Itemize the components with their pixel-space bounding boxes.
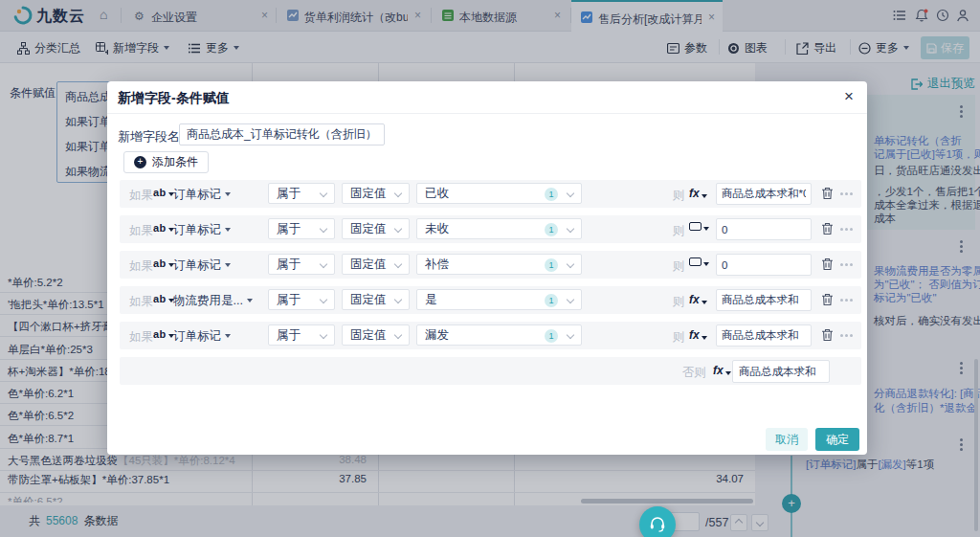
count-badge: 1 [545,294,558,307]
chevron-down-icon [320,190,327,197]
plus-circle-icon: + [134,156,146,168]
text-field-type-icon: ab [153,257,174,269]
value-select[interactable]: 已收1 [416,183,582,204]
chevron-down-icon [394,296,402,303]
modal-title: 新增字段-条件赋值 [118,90,230,107]
result-input[interactable] [716,218,812,240]
formula-type-icon[interactable]: fx [689,187,707,200]
then-label: 则 [673,329,685,346]
trash-icon[interactable] [821,257,834,275]
more-horizontal-icon[interactable] [840,192,853,195]
if-label: 如果 [129,188,153,204]
value-type-select[interactable]: 固定值 [342,254,410,275]
value-type-select[interactable]: 固定值 [342,218,410,239]
result-input[interactable] [716,183,812,205]
if-label: 如果 [129,329,153,346]
value-type-select[interactable]: 固定值 [342,289,410,310]
field-selector[interactable]: 订单标记 [173,187,231,203]
else-label: 否则 [682,365,706,381]
chevron-down-icon [247,299,253,302]
value-select[interactable]: 是1 [416,289,582,310]
chevron-down-icon [567,260,574,268]
operator-select[interactable]: 属于 [268,324,335,346]
condition-row: 如果 ab 订单标记 属于 固定值 补偿1 则 [120,251,861,279]
new-field-condition-modal: 新增字段-条件赋值 × 新增字段名 + 添加条件 如果 ab 订单标记 属于 固… [107,81,867,455]
chevron-down-icon [394,260,402,268]
result-input[interactable] [716,324,812,347]
result-input[interactable] [716,289,812,311]
chevron-down-icon [394,225,402,233]
chevron-down-icon [225,228,231,232]
chevron-down-icon [320,225,327,233]
chevron-down-icon [320,296,327,303]
count-badge: 1 [545,223,558,236]
add-condition-button[interactable]: + 添加条件 [123,151,209,173]
condition-row: 如果 ab 订单标记 属于 固定值 漏发1 则 fx [120,322,861,349]
text-field-type-icon: ab [153,328,174,340]
help-chat-button[interactable] [639,506,676,537]
value-select[interactable]: 漏发1 [416,324,582,346]
condition-row: 如果 ab 物流费用是... 属于 固定值 是1 则 fx [120,286,861,314]
result-input[interactable] [716,254,812,276]
count-badge: 1 [545,329,558,343]
if-label: 如果 [129,258,153,275]
chevron-down-icon [225,334,231,338]
more-horizontal-icon[interactable] [840,263,853,266]
chevron-down-icon [567,225,574,233]
value-select[interactable]: 补偿1 [416,254,582,275]
field-name-label: 新增字段名 [118,128,180,145]
fixed-value-type-icon[interactable] [689,257,709,268]
formula-type-icon[interactable]: fx [713,364,731,377]
chevron-down-icon [567,190,574,197]
confirm-button[interactable]: 确定 [815,428,859,451]
if-label: 如果 [129,223,153,239]
field-selector[interactable]: 订单标记 [173,328,231,345]
trash-icon[interactable] [821,222,834,239]
divider [107,113,867,114]
value-type-select[interactable]: 固定值 [342,324,410,346]
then-label: 则 [673,223,685,239]
text-field-type-icon: ab [153,187,174,198]
fixed-value-type-icon[interactable] [689,222,709,233]
chevron-down-icon [567,331,574,339]
trash-icon[interactable] [821,187,834,204]
more-horizontal-icon[interactable] [840,228,853,231]
operator-select[interactable]: 属于 [268,183,335,204]
text-field-type-icon: ab [153,293,174,304]
then-label: 则 [673,294,685,310]
then-label: 则 [673,188,685,204]
if-label: 如果 [129,294,153,310]
operator-select[interactable]: 属于 [268,218,335,239]
more-horizontal-icon[interactable] [840,299,853,302]
chevron-down-icon [567,296,574,303]
close-icon[interactable]: × [844,87,854,106]
formula-type-icon[interactable]: fx [689,328,707,342]
chevron-down-icon [320,331,327,339]
chevron-down-icon [225,192,231,196]
condition-row: 如果 ab 订单标记 属于 固定值 已收1 则 fx [120,180,861,208]
field-selector[interactable]: 订单标记 [173,222,231,238]
add-condition-label: 添加条件 [152,154,198,170]
count-badge: 1 [545,258,558,272]
chevron-down-icon [394,331,402,339]
value-type-select[interactable]: 固定值 [342,183,410,204]
trash-icon[interactable] [821,328,834,346]
condition-row: 如果 ab 订单标记 属于 固定值 未收1 则 [120,215,861,243]
field-name-input[interactable] [179,123,385,145]
trash-icon[interactable] [821,293,834,310]
else-row: 否则 fx [120,357,861,385]
count-badge: 1 [545,188,558,201]
operator-select[interactable]: 属于 [268,254,335,275]
field-selector[interactable]: 物流费用是... [173,293,253,309]
chevron-down-icon [225,263,231,267]
operator-select[interactable]: 属于 [268,289,335,310]
chevron-down-icon [320,260,327,268]
value-select[interactable]: 未收1 [416,218,582,239]
field-selector[interactable]: 订单标记 [173,257,231,274]
more-horizontal-icon[interactable] [840,334,853,337]
formula-type-icon[interactable]: fx [689,293,707,306]
text-field-type-icon: ab [153,222,174,234]
chevron-down-icon [394,190,402,197]
else-result-input[interactable] [732,360,830,383]
cancel-button[interactable]: 取消 [766,428,808,451]
